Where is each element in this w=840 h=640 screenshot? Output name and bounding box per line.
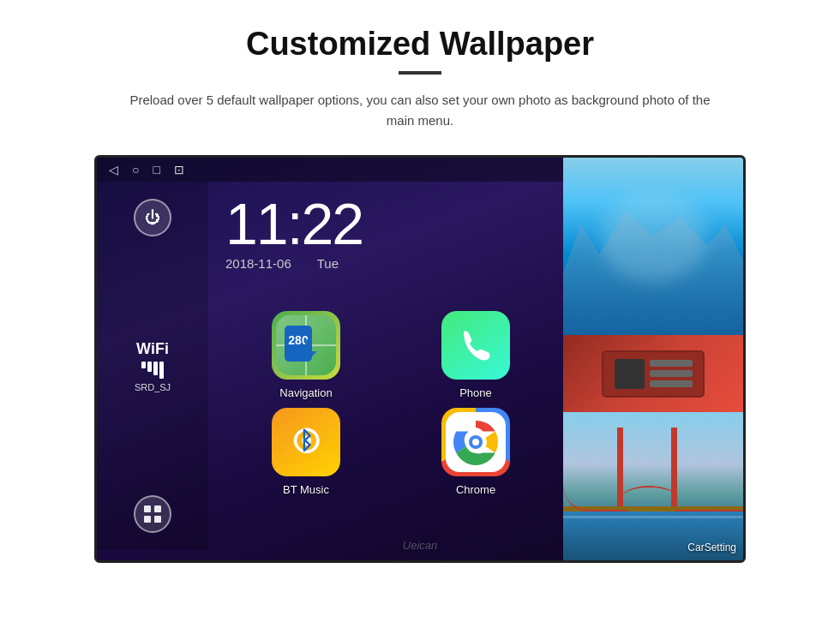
bt-music-icon: ⦿ ᛒ <box>272 408 340 476</box>
apps-grid-button[interactable] <box>134 495 171 533</box>
wifi-bar-1 <box>141 362 146 368</box>
page-subtitle: Preload over 5 default wallpaper options… <box>120 90 720 131</box>
wifi-ssid: SRD_SJ <box>135 382 171 392</box>
home-icon[interactable]: ○ <box>132 163 139 176</box>
bt-music-label: BT Music <box>283 483 329 496</box>
clock-date-value: 2018-11-06 <box>225 256 291 271</box>
device-frame: ◁ ○ □ ⊡ ⬥ ▼ 11:22 ⏻ <box>94 155 746 563</box>
svg-point-20 <box>472 439 479 446</box>
cable-2 <box>621 486 678 511</box>
screenshot-icon[interactable]: ⊡ <box>174 163 184 176</box>
android-screen: ◁ ○ □ ⊡ ⬥ ▼ 11:22 ⏻ <box>97 158 743 560</box>
power-button[interactable]: ⏻ <box>134 199 171 236</box>
grid-icon <box>143 505 162 523</box>
carsetting-label[interactable]: CarSetting <box>687 541 736 553</box>
bridge-scene <box>563 412 743 560</box>
chrome-icon <box>441 408 510 476</box>
page-container: Customized Wallpaper Preload over 5 defa… <box>0 0 840 580</box>
svg-rect-2 <box>144 516 151 523</box>
radio-buttons <box>650 360 693 387</box>
left-sidebar: ⏻ WiFi SRD_SJ <box>97 182 208 550</box>
clock-date: 2018-11-06 Tue <box>225 256 363 271</box>
ice-glow <box>599 193 707 282</box>
right-overlay: CarSetting <box>563 158 743 560</box>
svg-rect-3 <box>154 516 161 523</box>
wifi-info: WiFi SRD_SJ <box>135 340 171 392</box>
nav-map-svg: 280 <box>276 315 336 375</box>
wifi-bar-2 <box>147 362 152 372</box>
chrome-svg <box>446 412 506 472</box>
recents-icon[interactable]: □ <box>153 163 159 176</box>
overlay-image-top <box>563 158 743 335</box>
bt-svg: ⦿ ᛒ <box>289 423 323 461</box>
back-icon[interactable]: ◁ <box>109 163 118 176</box>
app-item-bt-music[interactable]: ⦿ ᛒ BT Music <box>225 408 387 496</box>
svg-text:ᛒ: ᛒ <box>299 428 314 454</box>
water-ripple <box>563 516 743 518</box>
overlay-image-bottom: CarSetting <box>563 412 743 560</box>
app-item-navigation[interactable]: 280 Navigation <box>225 311 387 399</box>
navigation-label: Navigation <box>279 386 332 399</box>
page-title: Customized Wallpaper <box>51 26 789 63</box>
power-icon: ⏻ <box>145 209 160 227</box>
app-item-chrome[interactable]: Chrome <box>395 408 556 496</box>
app-item-phone[interactable]: Phone <box>395 311 556 399</box>
clock-day: Tue <box>317 256 339 271</box>
status-bar-left: ◁ ○ □ ⊡ <box>109 163 184 176</box>
clock-time: 11:22 <box>225 194 363 253</box>
wifi-bars <box>135 362 171 379</box>
title-divider <box>399 71 441 75</box>
phone-label: Phone <box>459 386 492 399</box>
phone-icon <box>441 311 510 380</box>
wifi-bar-4 <box>159 362 164 379</box>
navigation-icon: 280 <box>272 311 340 380</box>
phone-svg <box>457 326 495 364</box>
cable-3 <box>675 490 743 511</box>
svg-rect-1 <box>154 505 161 512</box>
wifi-bar-3 <box>153 362 158 375</box>
svg-rect-0 <box>144 505 151 512</box>
clock-block: 11:22 2018-11-06 Tue <box>225 194 363 271</box>
radio-body <box>602 350 705 398</box>
radio-screen <box>615 359 645 389</box>
chrome-label: Chrome <box>456 483 495 496</box>
overlay-image-mid <box>563 335 743 412</box>
sidebar-top: ⏻ <box>134 199 171 236</box>
wifi-label: WiFi <box>135 340 171 358</box>
